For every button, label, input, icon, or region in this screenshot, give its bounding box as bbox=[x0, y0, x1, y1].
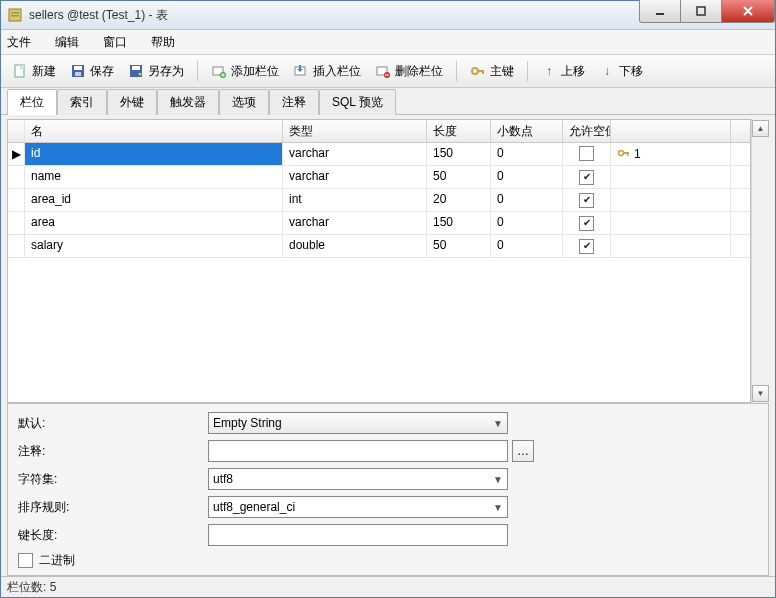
tab-fields[interactable]: 栏位 bbox=[7, 89, 57, 115]
move-down-button[interactable]: ↓下移 bbox=[594, 60, 648, 83]
chevron-down-icon: ▼ bbox=[493, 502, 503, 513]
cell-key[interactable] bbox=[611, 235, 731, 257]
vertical-scrollbar[interactable]: ▲ ▼ bbox=[751, 119, 769, 403]
table-row[interactable]: namevarchar500 bbox=[8, 166, 750, 189]
allow-null-checkbox[interactable] bbox=[579, 239, 594, 254]
col-decimals[interactable]: 小数点 bbox=[491, 120, 563, 142]
svg-point-20 bbox=[619, 150, 624, 155]
allow-null-checkbox[interactable] bbox=[579, 216, 594, 231]
menu-help[interactable]: 帮助 bbox=[151, 34, 175, 51]
tab-foreign-keys[interactable]: 外键 bbox=[107, 89, 157, 115]
save-button[interactable]: 保存 bbox=[65, 60, 119, 83]
cell-type[interactable]: varchar bbox=[283, 143, 427, 165]
allow-null-checkbox[interactable] bbox=[579, 170, 594, 185]
tab-comment[interactable]: 注释 bbox=[269, 89, 319, 115]
cell-allow-null[interactable] bbox=[563, 166, 611, 188]
insert-field-icon bbox=[293, 63, 309, 79]
svg-rect-19 bbox=[482, 70, 484, 74]
comment-expand-button[interactable]: … bbox=[512, 440, 534, 462]
col-key[interactable] bbox=[611, 120, 731, 142]
move-up-button[interactable]: ↑上移 bbox=[536, 60, 590, 83]
menu-file[interactable]: 文件 bbox=[7, 34, 31, 51]
fields-grid[interactable]: 名 类型 长度 小数点 允许空值 ( ▶idvarchar15001nameva… bbox=[7, 119, 751, 403]
col-name[interactable]: 名 bbox=[25, 120, 283, 142]
menu-edit[interactable]: 编辑 bbox=[55, 34, 79, 51]
keylen-label: 键长度: bbox=[18, 527, 208, 544]
svg-rect-3 bbox=[656, 13, 664, 15]
cell-type[interactable]: double bbox=[283, 235, 427, 257]
comment-input[interactable] bbox=[208, 440, 508, 462]
cell-decimals[interactable]: 0 bbox=[491, 212, 563, 234]
cell-type[interactable]: varchar bbox=[283, 212, 427, 234]
cell-decimals[interactable]: 0 bbox=[491, 235, 563, 257]
default-combo[interactable]: Empty String▼ bbox=[208, 412, 508, 434]
cell-allow-null[interactable] bbox=[563, 212, 611, 234]
allow-null-checkbox[interactable] bbox=[579, 146, 594, 161]
cell-type[interactable]: int bbox=[283, 189, 427, 211]
minimize-button[interactable] bbox=[639, 0, 681, 23]
maximize-button[interactable] bbox=[681, 0, 722, 23]
svg-rect-11 bbox=[132, 66, 140, 70]
cell-name[interactable]: area_id bbox=[25, 189, 283, 211]
cell-decimals[interactable]: 0 bbox=[491, 189, 563, 211]
separator bbox=[197, 61, 198, 81]
tab-indexes[interactable]: 索引 bbox=[57, 89, 107, 115]
cell-type[interactable]: varchar bbox=[283, 166, 427, 188]
cell-key[interactable] bbox=[611, 212, 731, 234]
cell-key[interactable] bbox=[611, 189, 731, 211]
comment-label: 注释: bbox=[18, 443, 208, 460]
binary-checkbox[interactable] bbox=[18, 553, 33, 568]
col-allow-null[interactable]: 允许空值 ( bbox=[563, 120, 611, 142]
cell-key[interactable] bbox=[611, 166, 731, 188]
table-row[interactable]: areavarchar1500 bbox=[8, 212, 750, 235]
tab-sql-preview[interactable]: SQL 预览 bbox=[319, 89, 396, 115]
cell-name[interactable]: area bbox=[25, 212, 283, 234]
tab-triggers[interactable]: 触发器 bbox=[157, 89, 219, 115]
collation-combo[interactable]: utf8_general_ci▼ bbox=[208, 496, 508, 518]
row-marker bbox=[8, 212, 25, 234]
tab-options[interactable]: 选项 bbox=[219, 89, 269, 115]
cell-allow-null[interactable] bbox=[563, 235, 611, 257]
cell-length[interactable]: 20 bbox=[427, 189, 491, 211]
cell-length[interactable]: 50 bbox=[427, 166, 491, 188]
cell-allow-null[interactable] bbox=[563, 189, 611, 211]
separator bbox=[456, 61, 457, 81]
saveas-icon bbox=[128, 63, 144, 79]
new-button[interactable]: 新建 bbox=[7, 60, 61, 83]
keylen-input[interactable] bbox=[208, 524, 508, 546]
scroll-down-icon[interactable]: ▼ bbox=[752, 385, 769, 402]
close-button[interactable] bbox=[722, 0, 775, 23]
titlebar: sellers @test (Test_1) - 表 bbox=[1, 1, 775, 30]
cell-name[interactable]: salary bbox=[25, 235, 283, 257]
table-row[interactable]: area_idint200 bbox=[8, 189, 750, 212]
cell-key[interactable]: 1 bbox=[611, 143, 731, 165]
menu-window[interactable]: 窗口 bbox=[103, 34, 127, 51]
grid-body: ▶idvarchar15001namevarchar500area_idint2… bbox=[8, 143, 750, 402]
cell-decimals[interactable]: 0 bbox=[491, 166, 563, 188]
cell-decimals[interactable]: 0 bbox=[491, 143, 563, 165]
cell-allow-null[interactable] bbox=[563, 143, 611, 165]
charset-label: 字符集: bbox=[18, 471, 208, 488]
primary-key-button[interactable]: 主键 bbox=[465, 60, 519, 83]
chevron-down-icon: ▼ bbox=[493, 474, 503, 485]
col-length[interactable]: 长度 bbox=[427, 120, 491, 142]
default-label: 默认: bbox=[18, 415, 208, 432]
field-detail-panel: 默认: Empty String▼ 注释: … 字符集: utf8▼ 排序规则:… bbox=[7, 403, 769, 576]
scroll-up-icon[interactable]: ▲ bbox=[752, 120, 769, 137]
delete-field-button[interactable]: 删除栏位 bbox=[370, 60, 448, 83]
allow-null-checkbox[interactable] bbox=[579, 193, 594, 208]
menubar: 文件 编辑 窗口 帮助 bbox=[1, 30, 775, 55]
add-field-button[interactable]: 添加栏位 bbox=[206, 60, 284, 83]
col-type[interactable]: 类型 bbox=[283, 120, 427, 142]
saveas-button[interactable]: 另存为 bbox=[123, 60, 189, 83]
charset-combo[interactable]: utf8▼ bbox=[208, 468, 508, 490]
table-row[interactable]: salarydouble500 bbox=[8, 235, 750, 258]
svg-rect-2 bbox=[11, 15, 19, 17]
cell-name[interactable]: id bbox=[25, 143, 283, 165]
insert-field-button[interactable]: 插入栏位 bbox=[288, 60, 366, 83]
table-row[interactable]: ▶idvarchar15001 bbox=[8, 143, 750, 166]
cell-length[interactable]: 150 bbox=[427, 143, 491, 165]
cell-length[interactable]: 150 bbox=[427, 212, 491, 234]
cell-name[interactable]: name bbox=[25, 166, 283, 188]
cell-length[interactable]: 50 bbox=[427, 235, 491, 257]
